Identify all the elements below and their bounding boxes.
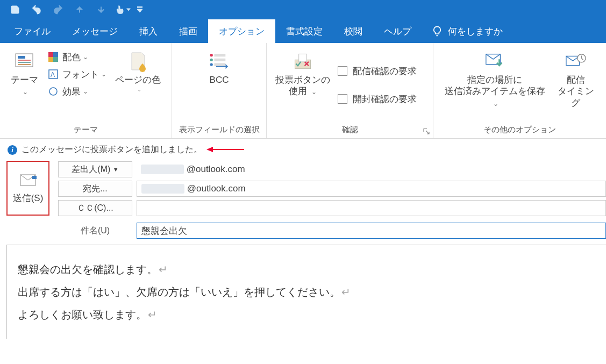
delay-label-1: 配信 [567, 75, 585, 85]
from-domain: @outlook.com [187, 164, 245, 175]
chevron-down-icon: ⌄ [83, 53, 88, 61]
colors-label: 配色 [62, 51, 81, 63]
info-bar: i このメッセージに投票ボタンを追加しました。 [0, 139, 606, 159]
ribbon-tabs: ファイル メッセージ 挿入 描画 オプション 書式設定 校閲 ヘルプ 何をします… [0, 19, 606, 43]
touch-mode-dropdown-icon[interactable] [125, 8, 132, 12]
svg-rect-7 [53, 52, 58, 57]
tab-message[interactable]: メッセージ [61, 19, 129, 43]
to-domain: @outlook.com [187, 183, 246, 194]
paragraph-mark-icon: ↵ [148, 309, 157, 320]
themes-label: テーマ [11, 75, 38, 85]
ribbon: テーマ⌄ 配色⌄ A フォント⌄ 効果⌄ [0, 43, 606, 139]
tab-draw[interactable]: 描画 [168, 19, 208, 43]
bcc-button[interactable]: BCC [202, 48, 237, 88]
svg-rect-4 [18, 62, 31, 63]
from-value: @outlook.com [137, 164, 606, 175]
from-label: 差出人(M) [72, 164, 110, 175]
group-more-options: 指定の場所に送信済みアイテムを保存 ⌄ 配信タイミング その他のオプション [433, 43, 606, 138]
request-delivery-checkbox[interactable]: 配信確認の要求 [338, 62, 417, 80]
page-color-button[interactable]: ページの色 ⌄ [112, 48, 164, 95]
svg-text:A: A [51, 71, 55, 78]
themes-button[interactable]: テーマ⌄ [5, 48, 43, 99]
group-tracking: 投票ボタンの使用 ⌄ 配信確認の要求 開封確認の要求 確認 [267, 43, 433, 138]
bcc-icon [209, 51, 230, 72]
tell-me-label: 何をしますか [448, 25, 503, 38]
svg-point-15 [210, 63, 212, 66]
message-body[interactable]: 懇親会の出欠を確認します。↵ 出席する方は「はい」、欠席の方は「いいえ」を押して… [6, 245, 606, 339]
group-themes: テーマ⌄ 配色⌄ A フォント⌄ 効果⌄ [0, 43, 172, 138]
from-button[interactable]: 差出人(M) ▼ [58, 161, 132, 177]
cc-button[interactable]: ＣＣ(C)... [58, 200, 132, 216]
group-label-fields: 表示フィールドの選択 [177, 123, 261, 137]
voting-label-2: 使用 [289, 86, 307, 96]
next-item-icon[interactable] [90, 0, 112, 19]
request-read-checkbox[interactable]: 開封確認の要求 [338, 90, 417, 108]
group-label-more: その他のオプション [439, 123, 601, 137]
title-bar [0, 0, 606, 19]
tell-me-search[interactable]: 何をしますか [432, 19, 503, 43]
effects-icon [47, 85, 59, 97]
tab-help[interactable]: ヘルプ [373, 19, 422, 43]
effects-label: 効果 [62, 85, 81, 98]
tab-file[interactable]: ファイル [3, 19, 61, 43]
group-label-themes: テーマ [5, 123, 166, 137]
tab-format[interactable]: 書式設定 [275, 19, 333, 43]
svg-rect-20 [299, 54, 307, 62]
body-line-3: よろしくお願い致します。 [18, 309, 147, 320]
checkbox-icon [338, 66, 347, 76]
svg-point-12 [49, 88, 57, 95]
svg-rect-2 [18, 56, 25, 59]
svg-rect-5 [18, 64, 31, 65]
svg-rect-17 [214, 59, 225, 61]
send-button[interactable]: 送信(S) [6, 161, 49, 216]
subject-field[interactable] [137, 223, 606, 239]
group-show-fields: BCC 表示フィールドの選択 [172, 43, 267, 138]
delay-delivery-icon [565, 51, 587, 72]
chevron-down-icon: ⌄ [101, 70, 106, 78]
undo-icon[interactable] [26, 0, 47, 19]
tab-insert[interactable]: 挿入 [129, 19, 168, 43]
delay-label-2: タイミング [558, 86, 594, 108]
redo-icon[interactable] [47, 0, 69, 19]
svg-point-14 [210, 59, 212, 61]
chevron-down-icon: ⌄ [83, 88, 88, 95]
lightbulb-icon [432, 26, 443, 37]
cc-field[interactable] [137, 200, 606, 216]
fonts-icon: A [47, 68, 59, 80]
chevron-down-icon: ▼ [113, 166, 119, 173]
save-sent-to-button[interactable]: 指定の場所に送信済みアイテムを保存 ⌄ [439, 48, 551, 111]
qat-customise-icon[interactable] [132, 0, 147, 19]
colors-button[interactable]: 配色⌄ [45, 48, 109, 66]
tab-review[interactable]: 校閲 [333, 19, 373, 43]
tab-options[interactable]: オプション [208, 19, 275, 43]
request-read-label: 開封確認の要求 [353, 93, 417, 105]
chevron-down-icon: ⌄ [23, 88, 28, 96]
delay-delivery-button[interactable]: 配信タイミング [551, 48, 601, 111]
effects-button[interactable]: 効果⌄ [45, 83, 109, 100]
prev-item-icon[interactable] [69, 0, 90, 19]
paragraph-mark-icon: ↵ [159, 263, 168, 275]
paragraph-mark-icon: ↵ [341, 286, 351, 298]
send-label: 送信(S) [13, 192, 44, 204]
svg-rect-16 [214, 54, 225, 56]
request-delivery-label: 配信確認の要求 [353, 65, 417, 77]
chevron-down-icon: ⌄ [311, 88, 317, 96]
to-button[interactable]: 宛先... [58, 181, 132, 197]
page-color-icon [127, 51, 149, 72]
save-icon[interactable] [4, 0, 26, 19]
info-icon: i [8, 145, 17, 155]
page-color-label: ページの色 [115, 74, 161, 85]
to-field[interactable]: @outlook.com [137, 181, 606, 197]
dialog-launcher-icon[interactable] [423, 127, 431, 135]
save-sent-label-1: 指定の場所に [467, 75, 522, 85]
svg-rect-18 [214, 63, 225, 66]
voting-icon [292, 51, 313, 72]
subject-label: 件名(U) [58, 225, 132, 237]
save-sent-label-2: 送信済みアイテムを保存 [445, 86, 545, 96]
svg-rect-3 [18, 60, 31, 61]
fonts-button[interactable]: A フォント⌄ [45, 66, 109, 83]
voting-button[interactable]: 投票ボタンの使用 ⌄ [272, 48, 333, 99]
svg-point-13 [210, 54, 212, 56]
svg-rect-8 [48, 57, 53, 62]
svg-rect-26 [32, 176, 37, 179]
